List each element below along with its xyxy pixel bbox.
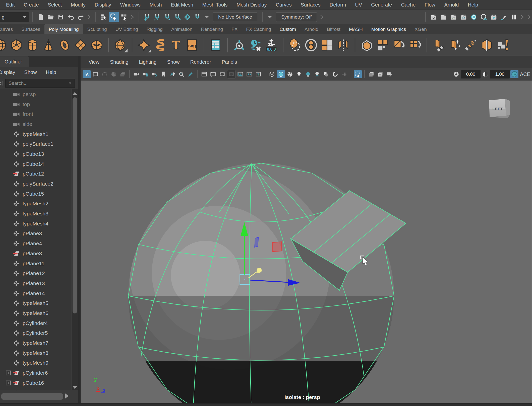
xray-front-icon[interactable]	[367, 70, 375, 78]
scroll-right-icon[interactable]	[64, 392, 72, 400]
list-item[interactable]: top	[0, 99, 71, 109]
cleanup-icon[interactable]	[496, 38, 510, 52]
viewcube[interactable]: LEFT	[489, 99, 510, 118]
list-item[interactable]: typeMesh9	[0, 358, 71, 368]
expand-toggle-icon[interactable]	[5, 370, 13, 376]
menu-flow[interactable]: Flow	[420, 2, 440, 8]
select-component-icon[interactable]	[119, 12, 129, 22]
list-item[interactable]: pPlane3	[0, 229, 71, 239]
triangulate-icon[interactable]	[392, 38, 406, 52]
collapse-arrow-icon[interactable]	[129, 14, 136, 20]
ipr-render-icon[interactable]: IPR	[449, 12, 459, 22]
list-item[interactable]: polySurface1	[0, 139, 71, 149]
poly-torus-icon[interactable]	[58, 38, 71, 52]
list-item[interactable]: pCube16	[0, 378, 71, 388]
new-scene-icon[interactable]	[36, 12, 46, 22]
gate-mask-icon[interactable]	[218, 70, 226, 78]
camera-frame-icon[interactable]	[92, 70, 100, 78]
panel-menu-panels[interactable]: Panels	[222, 59, 237, 65]
attr-book-icon[interactable]: A	[83, 70, 91, 78]
exposure-icon[interactable]	[452, 70, 460, 78]
filter-icon[interactable]	[0, 79, 5, 87]
menu-mesh[interactable]: Mesh	[145, 2, 166, 8]
camera-lock-icon[interactable]	[141, 70, 149, 78]
menu-create[interactable]: Create	[19, 2, 43, 8]
search-dropdown-icon[interactable]	[68, 81, 72, 85]
scroll-down-icon[interactable]	[72, 385, 78, 390]
list-item[interactable]: polySurface2	[0, 179, 71, 189]
lights-bulb-icon[interactable]	[295, 70, 303, 78]
shelf-tab-custom[interactable]: Custom	[275, 24, 300, 34]
wireframe-cube-icon[interactable]	[268, 70, 276, 78]
list-item[interactable]: persp	[0, 89, 71, 99]
outliner-horizontal-scrollbar[interactable]	[1, 392, 63, 400]
smooth-icon[interactable]	[360, 38, 374, 52]
list-item[interactable]	[0, 388, 71, 390]
resolution-gate-icon[interactable]	[209, 70, 217, 78]
panel-divider[interactable]	[78, 56, 81, 406]
snap-curve-icon[interactable]	[152, 12, 162, 22]
live-surface-field[interactable]: No Live Surface	[213, 12, 257, 22]
poly-sphere-icon[interactable]	[0, 38, 7, 52]
exposure-field[interactable]: 0.00	[461, 70, 481, 78]
platonic-solid-icon[interactable]	[113, 38, 127, 52]
shelf-tab-arnold[interactable]: Arnold	[300, 24, 323, 34]
outliner-menu-show[interactable]: Show	[24, 69, 37, 75]
mirror-icon[interactable]	[336, 38, 350, 52]
shelf-tab-uv-editing[interactable]: UV Editing	[111, 24, 142, 34]
list-item[interactable]: typeMesh8	[0, 348, 71, 358]
contrast-icon[interactable]	[481, 70, 489, 78]
panel-menu-lighting[interactable]: Lighting	[139, 59, 156, 65]
list-item[interactable]: pPlane14	[0, 288, 71, 298]
extrude-icon[interactable]	[432, 38, 445, 52]
menu-deform[interactable]: Deform	[325, 2, 351, 8]
save-scene-icon[interactable]	[56, 12, 66, 22]
viewport-3d-view[interactable]: LEFT y x z Isolate : persp	[81, 80, 532, 403]
render-frame-icon[interactable]	[439, 12, 449, 22]
xray-back-icon[interactable]	[376, 70, 384, 78]
menu-edit[interactable]: Edit	[2, 2, 19, 8]
list-item[interactable]: typeMesh5	[0, 298, 71, 308]
collapse-arrow-icon[interactable]	[525, 14, 532, 20]
menu-arnold[interactable]: Arnold	[440, 2, 463, 8]
svg-tool-icon[interactable]: svg	[185, 38, 199, 52]
parts-icon[interactable]	[320, 38, 334, 52]
toolbar-grip[interactable]	[94, 12, 97, 22]
toolbar-grip[interactable]	[137, 12, 140, 22]
shelf-tab-mash[interactable]: MASH	[345, 24, 367, 34]
list-item[interactable]: pPlane4	[0, 238, 71, 249]
scrollbar-thumb[interactable]	[1, 393, 63, 400]
gamma-field[interactable]: 1.00	[490, 70, 510, 78]
snap-point-icon[interactable]	[162, 12, 172, 22]
poly-plane-icon[interactable]	[74, 38, 87, 52]
poly-cylinder-icon[interactable]	[26, 38, 39, 52]
shelf-tab-sculpting[interactable]: Sculpting	[83, 24, 111, 34]
hypershade-icon[interactable]	[469, 12, 479, 22]
outliner-search-input[interactable]	[5, 79, 75, 88]
menu-generate[interactable]: Generate	[367, 2, 396, 8]
snap-options-dropdown-icon[interactable]	[205, 16, 209, 18]
list-item[interactable]: pCube14	[0, 159, 71, 169]
boolean-icon[interactable]	[304, 38, 318, 52]
safe-action-icon[interactable]	[236, 70, 244, 78]
open-scene-icon[interactable]	[46, 12, 56, 22]
freeze-transform-icon[interactable]: 0,0,0	[265, 38, 278, 52]
combine-icon[interactable]	[288, 38, 302, 52]
film-gate-icon[interactable]	[200, 70, 208, 78]
render-settings-icon[interactable]	[459, 12, 469, 22]
isolate-select-icon[interactable]	[354, 70, 362, 78]
snap-view-plane-icon[interactable]	[192, 12, 202, 22]
viewcube-face-label[interactable]: LEFT	[492, 107, 503, 111]
shaded-cube-icon[interactable]	[277, 70, 285, 78]
list-item[interactable]: pPlane11	[0, 259, 71, 269]
symmetry-dropdown-icon[interactable]	[268, 16, 272, 18]
default-light-icon[interactable]	[304, 70, 312, 78]
render-view-icon[interactable]	[429, 12, 439, 22]
shadows-icon[interactable]	[313, 70, 321, 78]
scroll-up-icon[interactable]	[72, 89, 78, 95]
bookmark-icon[interactable]	[159, 70, 167, 78]
scrollbar-thumb[interactable]	[73, 97, 77, 313]
panel-menu-renderer[interactable]: Renderer	[190, 59, 211, 65]
shelf-tab-motion-graphics[interactable]: Motion Graphics	[367, 24, 410, 34]
collapse-arrow-icon[interactable]	[318, 14, 325, 20]
